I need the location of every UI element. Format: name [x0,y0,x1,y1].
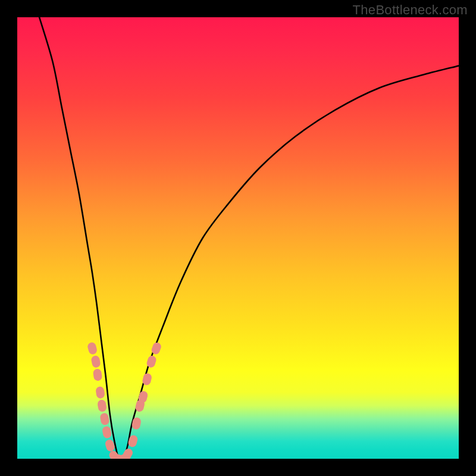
marker-pill [97,399,107,412]
watermark-text: TheBottleneck.com [353,2,468,18]
marker-pill [127,434,139,448]
marker-pill [142,372,152,386]
plot-area [17,17,459,459]
marker-pill [95,386,105,399]
marker-pill [151,342,162,356]
marker-pill [99,412,109,425]
marker-pill [121,447,134,459]
marker-pill [87,342,98,355]
marker-pill [146,355,157,368]
marker-pill [104,439,115,452]
marker-group [87,342,162,459]
chart-frame: TheBottleneck.com [0,0,476,476]
marker-pill [90,355,101,368]
marker-pill [93,368,103,381]
marker-pill [131,416,142,430]
marker-pill [102,425,112,439]
markers-svg [17,17,459,459]
